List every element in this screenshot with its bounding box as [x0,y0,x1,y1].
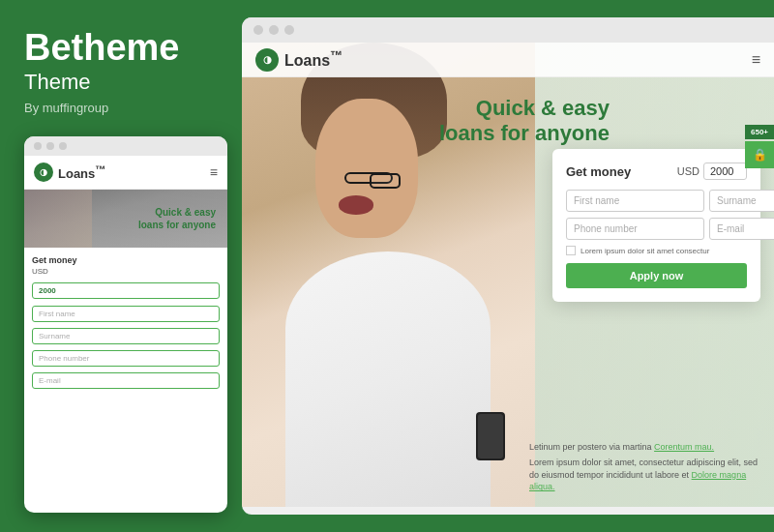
form-phone-input[interactable] [566,218,704,240]
hero-heading: Quick & easy loans for anyone [439,96,610,147]
desktop-logo: ◑ Loans™ [255,48,342,72]
phone-usd-label: USD [32,267,220,276]
form-card-header: Get money USD [566,163,747,180]
woman-lips [339,195,373,214]
dot-2 [46,142,54,150]
phone-amount-input[interactable] [32,282,220,299]
form-usd-group: USD [677,163,747,180]
phone-form-area: Get money USD [24,248,227,513]
phone-firstname-input[interactable] [32,306,220,322]
phone-mockup: ◑ Loans™ ≡ Quick & easy loans for anyone… [24,136,227,513]
bottom-line1: Letinum per postero via martina Corentum… [529,442,760,452]
brand-title: Betheme [24,29,223,66]
phone-logo-text: Loans™ [58,163,105,181]
desktop-preview: ◑ Loans™ ≡ Quick & easy loans for anyone… [242,17,774,515]
desktop-titlebar [242,17,774,43]
phone-get-money-label: Get money [32,255,220,265]
form-email-input[interactable] [709,218,774,240]
phone-email-input[interactable] [32,372,220,389]
badge-count: 650+ [745,125,774,139]
phone-titlebar [24,136,227,156]
bottom-link1[interactable]: Corentum mau. [654,442,714,452]
dot-3 [59,142,67,150]
form-firstname-input[interactable] [566,190,704,212]
dot-1 [34,142,42,150]
phone-hero: Quick & easy loans for anyone [24,190,227,248]
desktop-dot-3 [284,25,294,35]
woman-face [315,99,418,238]
left-panel: Betheme Theme By muffingroup ◑ Loans™ ≡ … [0,0,242,532]
hero-text-block: Quick & easy loans for anyone [439,96,610,147]
desktop-logo-text: Loans™ [284,48,342,70]
badge-icon: 🔒 [745,141,774,168]
desktop-nav: ◑ Loans™ ≡ [242,43,774,77]
bottom-text: Letinum per postero via martina Corentum… [529,442,760,493]
phone-hero-heading: Quick & easy loans for anyone [138,206,220,231]
form-apply-button[interactable]: Apply now [566,263,747,288]
phone-hero-image [24,190,92,248]
form-amount-input[interactable] [703,163,747,180]
phone-logo: ◑ Loans™ [34,163,105,182]
form-checkbox-row: Lorem ipsum dolor sit amet consectur [566,246,747,255]
side-badge: 650+ 🔒 [745,125,774,168]
woman-glasses [344,172,393,184]
form-contact-row [566,218,747,240]
phone-in-hand [476,412,505,460]
brand-subtitle: Theme [24,70,223,95]
form-usd-label: USD [677,165,700,177]
desktop-dot-2 [269,25,279,35]
phone-nav: ◑ Loans™ ≡ [24,156,227,190]
desktop-hamburger-icon[interactable]: ≡ [752,51,760,69]
woman-jacket [285,251,491,507]
phone-surname-input[interactable] [32,328,220,344]
bottom-link2[interactable]: Dolore magna aliqua. [529,470,746,492]
desktop-dot-1 [253,25,263,35]
form-name-row [566,190,747,212]
form-checkbox[interactable] [566,246,576,255]
phone-phone-input[interactable] [32,350,220,367]
form-surname-input[interactable] [709,190,774,212]
phone-hamburger-icon[interactable]: ≡ [210,164,218,180]
brand-by: By muffingroup [24,101,223,115]
form-checkbox-label: Lorem ipsum dolor sit amet consectur [580,247,709,255]
phone-logo-icon: ◑ [34,163,53,182]
desktop-content: ◑ Loans™ ≡ Quick & easy loans for anyone… [242,43,774,507]
desktop-logo-icon: ◑ [255,48,279,72]
form-card: Get money USD Lorem ipsum dolor sit amet… [552,149,760,302]
form-get-money-label: Get money [566,164,631,179]
bottom-line2: Lorem ipsum dolor sit amet, consectetur … [529,457,760,493]
